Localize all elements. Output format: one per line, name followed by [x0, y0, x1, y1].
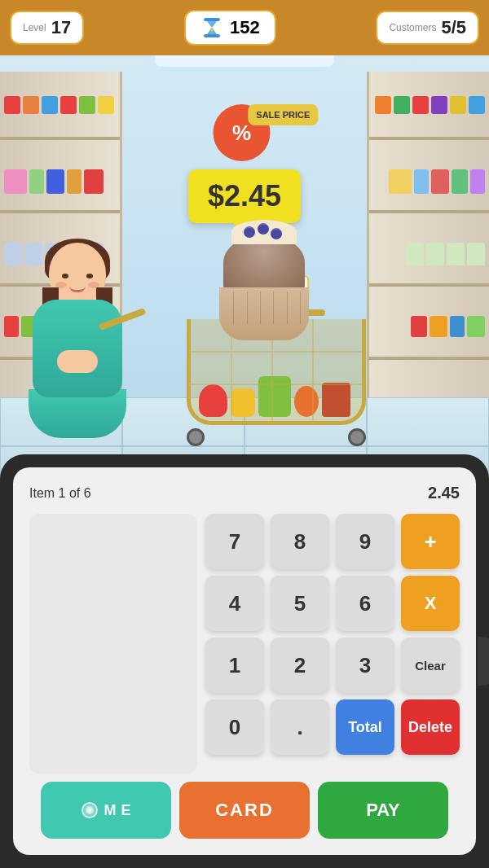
- calc-display: [29, 514, 197, 774]
- button-4[interactable]: 4: [205, 576, 264, 631]
- svg-point-9: [88, 809, 91, 812]
- timer-badge: 152: [184, 10, 276, 46]
- button-7[interactable]: 7: [205, 514, 264, 569]
- char-eye-right: [86, 274, 93, 278]
- char-head: [49, 243, 106, 304]
- customers-badge: Customers 5/5: [376, 11, 479, 45]
- char-hair: [45, 239, 110, 283]
- card-button[interactable]: CARD: [179, 782, 310, 839]
- price-display: 2.45: [428, 484, 460, 502]
- blueberry-2: [258, 223, 269, 235]
- button-clear[interactable]: Clear: [401, 638, 460, 693]
- bottom-buttons: M E CARD PAY: [29, 782, 460, 839]
- register-side-button[interactable]: [478, 637, 489, 686]
- mute-label-e: E: [121, 802, 130, 819]
- cupcake: [215, 235, 313, 340]
- char-blush-left: [55, 282, 67, 288]
- timer-value: 152: [230, 17, 260, 38]
- char-hands: [57, 350, 98, 373]
- customers-value: 5/5: [441, 17, 466, 38]
- register-top: Item 1 of 6 2.45: [29, 484, 460, 502]
- button-0[interactable]: 0: [205, 699, 264, 755]
- button-1[interactable]: 1: [205, 638, 264, 693]
- button-6[interactable]: 6: [336, 576, 394, 631]
- calc-keypad: 7 8 9 + 4 5 6 X 1 2 3 Clear: [205, 514, 460, 774]
- cart-wheels: [170, 428, 382, 446]
- character: [24, 243, 130, 438]
- calc-row-1: 7 8 9 +: [205, 514, 460, 569]
- game-scene: SALE PRICE $2.45 SPECIALOFFER: [0, 55, 489, 495]
- char-blush-right: [88, 282, 99, 288]
- price-value: $2.45: [208, 179, 281, 213]
- button-plus[interactable]: +: [401, 514, 460, 569]
- price-tag: $2.45: [188, 169, 301, 223]
- button-5[interactable]: 5: [271, 576, 329, 631]
- wrapper-lines: [227, 292, 301, 324]
- register-inner: Item 1 of 6 2.45 7 8 9 + 4 5 6 X: [13, 467, 476, 855]
- cart-push-handle: [98, 308, 146, 331]
- button-2[interactable]: 2: [271, 638, 329, 693]
- button-times[interactable]: X: [401, 576, 460, 631]
- calc-row-2: 4 5 6 X: [205, 576, 460, 631]
- ceiling-light: [155, 55, 334, 67]
- button-total[interactable]: Total: [336, 699, 394, 755]
- mute-label: M: [104, 802, 116, 819]
- calc-area: 7 8 9 + 4 5 6 X 1 2 3 Clear: [29, 514, 460, 774]
- cart-wheel-right: [348, 428, 366, 446]
- customers-label: Customers: [389, 22, 436, 33]
- timer-icon: [200, 16, 223, 39]
- cart-wheel-left: [187, 428, 205, 446]
- button-dot[interactable]: .: [271, 699, 329, 755]
- svg-rect-1: [204, 34, 220, 37]
- mute-button[interactable]: M E: [41, 782, 171, 839]
- level-value: 17: [51, 17, 71, 38]
- svg-rect-0: [204, 18, 220, 21]
- sale-label: SALE PRICE: [248, 104, 318, 125]
- level-label: Level: [23, 22, 46, 33]
- calc-row-4: 0 . Total Delete: [205, 699, 460, 755]
- button-9[interactable]: 9: [336, 514, 394, 569]
- mute-icon: [81, 801, 99, 819]
- calc-row-3: 1 2 3 Clear: [205, 638, 460, 693]
- cupcake-top: [223, 235, 305, 292]
- register: Item 1 of 6 2.45 7 8 9 + 4 5 6 X: [0, 454, 489, 868]
- char-smile: [69, 286, 86, 292]
- button-delete[interactable]: Delete: [401, 699, 460, 755]
- blueberry-3: [271, 228, 282, 239]
- level-badge: Level 17: [10, 11, 84, 45]
- pay-button[interactable]: PAY: [318, 782, 448, 839]
- sale-text: SALE PRICE: [256, 110, 310, 120]
- button-8[interactable]: 8: [271, 514, 329, 569]
- button-3[interactable]: 3: [336, 638, 394, 693]
- top-bar: Level 17 152 Customers 5/5: [0, 0, 489, 55]
- item-info: Item 1 of 6: [29, 486, 91, 501]
- char-body: [33, 300, 122, 397]
- char-eye-left: [62, 274, 68, 278]
- blueberry-1: [244, 226, 255, 238]
- cupcake-wrapper: [219, 287, 309, 340]
